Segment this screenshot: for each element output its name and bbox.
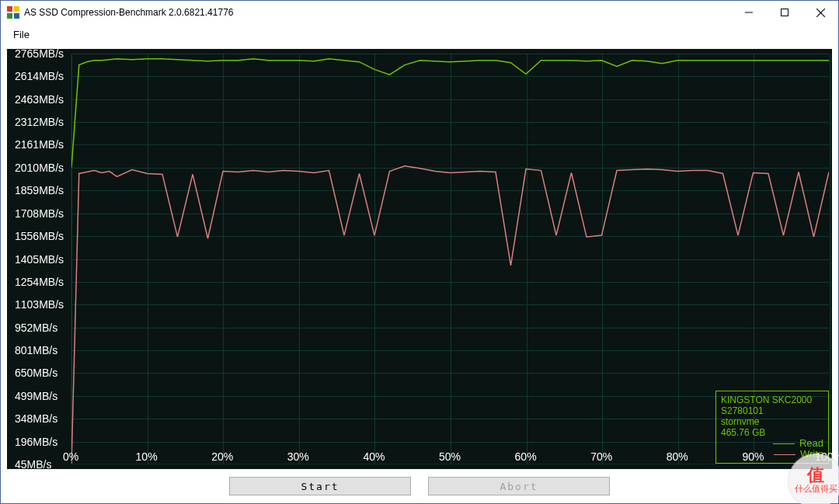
y-tick-label: 2312MB/s bbox=[15, 116, 64, 128]
y-tick-label: 2765MB/s bbox=[15, 47, 64, 60]
close-button[interactable] bbox=[802, 1, 838, 24]
menu-file[interactable]: File bbox=[9, 27, 34, 42]
y-tick-label: 952MB/s bbox=[15, 322, 57, 334]
button-bar: Start Abort bbox=[1, 469, 838, 503]
window-controls bbox=[731, 1, 838, 24]
abort-button[interactable]: Abort bbox=[428, 477, 610, 495]
legend-read-swatch bbox=[773, 443, 795, 444]
y-tick-label: 1556MB/s bbox=[15, 230, 64, 242]
legend-write-swatch bbox=[774, 454, 795, 455]
chart-area: KINGSTON SKC2000 S2780101 stornvme 465.7… bbox=[7, 49, 832, 469]
x-tick-label: 10% bbox=[136, 450, 158, 463]
y-tick-label: 2614MB/s bbox=[15, 70, 64, 82]
chart-legend: KINGSTON SKC2000 S2780101 stornvme 465.7… bbox=[715, 391, 829, 464]
legend-write-row: Write bbox=[721, 449, 823, 460]
legend-read-row: Read bbox=[721, 438, 823, 449]
x-tick-label: 40% bbox=[363, 450, 385, 463]
x-tick-label: 0% bbox=[63, 450, 78, 463]
legend-device: KINGSTON SKC2000 bbox=[721, 395, 823, 405]
y-tick-label: 1254MB/s bbox=[15, 276, 64, 288]
y-tick-label: 196MB/s bbox=[15, 436, 57, 448]
x-tick-label: 90% bbox=[742, 450, 764, 463]
y-tick-label: 2161MB/s bbox=[15, 138, 64, 151]
y-tick-label: 1405MB/s bbox=[15, 253, 64, 266]
app-icon bbox=[7, 6, 19, 19]
x-tick-label: 50% bbox=[439, 450, 461, 463]
y-tick-label: 801MB/s bbox=[15, 344, 57, 356]
legend-driver: stornvme bbox=[721, 416, 823, 427]
maximize-button[interactable] bbox=[767, 1, 802, 24]
start-button[interactable]: Start bbox=[229, 477, 411, 495]
y-tick-label: 1708MB/s bbox=[15, 207, 64, 220]
chart-plot: KINGSTON SKC2000 S2780101 stornvme 465.7… bbox=[71, 54, 829, 464]
y-tick-label: 45MB/s bbox=[15, 458, 51, 471]
menu-bar: File bbox=[1, 24, 838, 46]
legend-capacity: 465.76 GB bbox=[721, 427, 823, 438]
legend-read-label: Read bbox=[799, 438, 823, 449]
y-tick-label: 2463MB/s bbox=[15, 93, 64, 106]
svg-rect-1 bbox=[782, 9, 789, 16]
window-title: AS SSD Compression-Benchmark 2.0.6821.41… bbox=[24, 7, 233, 18]
y-tick-label: 2010MB/s bbox=[15, 162, 64, 174]
x-tick-label: 70% bbox=[590, 450, 612, 463]
x-tick-label: 100% bbox=[815, 450, 839, 463]
titlebar: AS SSD Compression-Benchmark 2.0.6821.41… bbox=[1, 1, 838, 24]
minimize-button[interactable] bbox=[731, 1, 767, 24]
y-tick-label: 348MB/s bbox=[15, 412, 57, 425]
x-tick-label: 80% bbox=[667, 450, 688, 463]
y-tick-label: 499MB/s bbox=[15, 390, 57, 402]
x-tick-label: 60% bbox=[515, 450, 537, 463]
y-tick-label: 1859MB/s bbox=[15, 184, 64, 196]
y-tick-label: 650MB/s bbox=[15, 367, 57, 379]
x-tick-label: 30% bbox=[287, 450, 309, 463]
x-tick-label: 20% bbox=[211, 450, 233, 463]
legend-serial: S2780101 bbox=[721, 405, 823, 416]
app-window: AS SSD Compression-Benchmark 2.0.6821.41… bbox=[0, 0, 839, 504]
y-tick-label: 1103MB/s bbox=[15, 298, 64, 311]
